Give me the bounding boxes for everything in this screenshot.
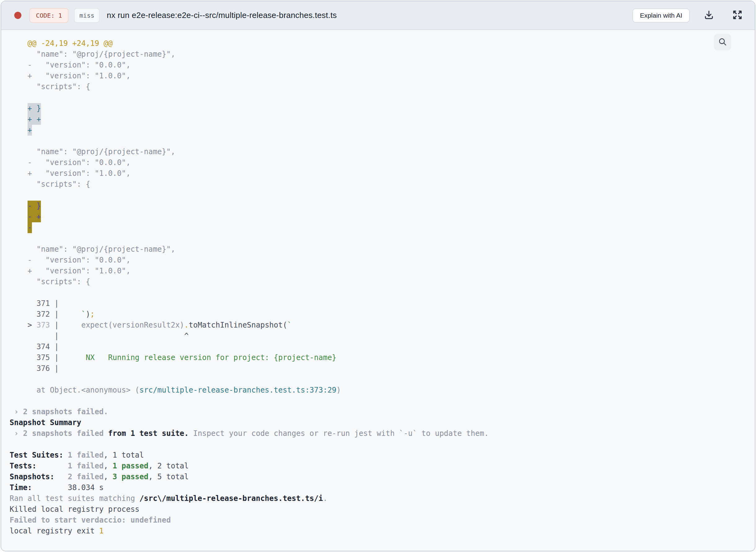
explain-with-ai-button[interactable]: Explain with AI [632,8,690,23]
download-log-button[interactable] [703,10,715,21]
terminal-line: "name": "@proj/{project-name}", [10,49,749,60]
terminal-line: Tests: 1 failed, 1 passed, 2 total [10,461,749,471]
terminal-line: > 373 | expect(versionResult2x).toMatchI… [10,320,749,331]
status-dot-icon [14,12,21,19]
terminal-panel: @@ -24,19 +24,19 @@ "name": "@proj/{proj… [1,30,755,551]
terminal-line: 376 | [10,363,749,374]
task-title: nx run e2e-release:e2e-ci--src/multiple-… [107,11,337,20]
exit-code-badge: CODE: 1 [29,8,69,23]
terminal-line: - } [10,200,749,212]
terminal-line [10,136,749,146]
terminal-line: | ^ [10,331,749,341]
terminal-line: "scripts": { [10,179,749,190]
terminal-line: + } [10,103,749,114]
terminal-line: 374 | [10,341,749,352]
terminal-line: + [10,125,749,136]
terminal-line: Time: 38.034 s [10,482,749,493]
terminal-line [10,92,749,103]
terminal-line: + "version": "1.0.0", [10,266,749,276]
terminal-line: - "version": "0.0.0", [10,157,749,168]
terminal-line: + "version": "1.0.0", [10,168,749,179]
terminal-line: Ran all test suites matching /src\/multi… [10,493,749,504]
expand-icon [732,9,743,21]
log-viewer-window: CODE: 1 miss nx run e2e-release:e2e-ci--… [1,1,755,551]
terminal-line: + "version": "1.0.0", [10,71,749,82]
search-button[interactable] [714,34,731,50]
terminal-line [10,439,749,450]
terminal-line: "scripts": { [10,276,749,287]
terminal-line [10,190,749,200]
terminal-line: "scripts": { [10,82,749,92]
terminal-line: "name": "@proj/{project-name}", [10,146,749,157]
terminal-line: at Object.<anonymous> (src/multiple-rele… [10,385,749,396]
terminal-line: Killed local registry process [10,504,749,515]
terminal-line [10,374,749,385]
terminal-line: "name": "@proj/{project-name}", [10,244,749,255]
terminal-line: Snapshots: 2 failed, 3 passed, 5 total [10,471,749,482]
terminal-line: Test Suites: 1 failed, 1 total [10,450,749,461]
download-icon [703,9,715,21]
terminal-line: - + [10,212,749,222]
terminal-line [10,233,749,244]
cache-status-badge: miss [74,8,99,23]
terminal-line: - "version": "0.0.0", [10,255,749,266]
terminal-line: Failed to start verdaccio: undefined [10,515,749,526]
terminal-line: - [10,222,749,233]
terminal-line: › 2 snapshots failed. [10,407,749,417]
terminal-line [10,396,749,407]
terminal-line [10,287,749,298]
terminal-line: 371 | [10,298,749,309]
header-bar: CODE: 1 miss nx run e2e-release:e2e-ci--… [1,1,755,30]
terminal-line: + + [10,114,749,125]
expand-fullscreen-button[interactable] [732,10,743,21]
terminal-line: Snapshot Summary [10,417,749,428]
terminal-line: 372 | `); [10,309,749,320]
terminal-line: › 2 snapshots failed from 1 test suite. … [10,428,749,439]
terminal-line: @@ -24,19 +24,19 @@ [10,38,749,49]
search-icon [718,37,728,48]
terminal-output: @@ -24,19 +24,19 @@ "name": "@proj/{proj… [1,30,755,537]
terminal-line: local registry exit 1 [10,526,749,537]
terminal-line: - "version": "0.0.0", [10,60,749,71]
terminal-line: 375 | NX Running release version for pro… [10,352,749,363]
